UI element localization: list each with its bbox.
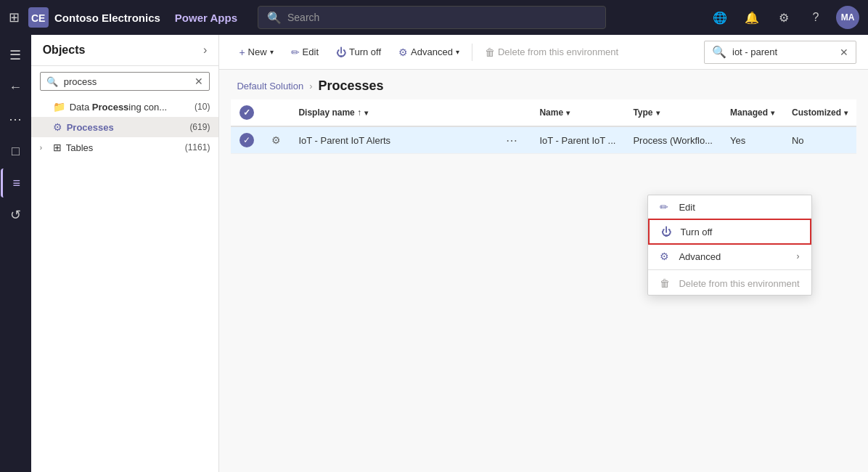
type-sort-icon: ▾ [656, 109, 660, 117]
org-logo: CE Contoso Electronics [28, 7, 160, 28]
th-check[interactable]: ✓ [231, 99, 263, 126]
content-area: + New ▾ ✏ Edit ⏻ Turn off ⚙ Advanced ▾ 🗑… [219, 35, 868, 472]
item-label: Processes [67, 122, 186, 133]
delete-button[interactable]: 🗑 Delete from this environment [477, 41, 626, 63]
th-customized[interactable]: Customized ▾ [783, 99, 856, 126]
row-customized: No [783, 126, 856, 154]
content-search-icon: 🔍 [712, 45, 726, 59]
row-icon-cell: ⚙ [263, 126, 290, 154]
nav-apps-icon[interactable]: □ [1, 137, 30, 166]
grid-icon[interactable]: ⊞ [9, 9, 20, 25]
th-name[interactable]: Name ▾ [531, 99, 624, 126]
advanced-dropdown-icon: ▾ [456, 48, 459, 56]
ctx-delete-label: Delete from this environment [679, 278, 799, 289]
search-icon: 🔍 [267, 11, 282, 25]
avatar[interactable]: MA [836, 6, 859, 29]
ctx-edit-label: Edit [679, 202, 695, 213]
nav-history-icon[interactable]: ↺ [1, 200, 30, 229]
breadcrumb: Default Solution › Processes [219, 70, 868, 99]
table-icon: ⊞ [53, 142, 62, 153]
main-layout: ☰ ← ⋯ □ ≡ ↺ Objects › 🔍 ✕ 📁 Data Process… [0, 35, 868, 472]
turn-off-button[interactable]: ⏻ Turn off [328, 41, 389, 63]
new-button[interactable]: + New ▾ [231, 41, 281, 63]
processes-table: ✓ Display name ↑ ▾ [231, 99, 856, 154]
item-label: Data Processing con... [70, 102, 190, 113]
toolbar: + New ▾ ✏ Edit ⏻ Turn off ⚙ Advanced ▾ 🗑… [219, 35, 868, 70]
nav-menu-icon[interactable]: ☰ [1, 41, 30, 70]
delete-icon: 🗑 [485, 46, 495, 58]
row-type: Process (Workflo... [624, 126, 721, 154]
content-search-close-icon[interactable]: ✕ [840, 46, 848, 58]
folder-icon: 📁 [53, 101, 65, 113]
help-icon[interactable]: ? [804, 6, 827, 29]
ctx-edit-icon: ✏ [660, 201, 671, 213]
th-display-name[interactable]: Display name ↑ ▾ [290, 99, 493, 126]
row-check[interactable]: ✓ [231, 126, 263, 154]
process-icon: ⚙ [53, 121, 62, 133]
sidebar-item-data-processing[interactable]: 📁 Data Processing con... (10) [31, 97, 219, 117]
icon-rail: ☰ ← ⋯ □ ≡ ↺ [0, 35, 31, 472]
org-icon: CE [28, 7, 49, 28]
sidebar-item-tables[interactable]: › ⊞ Tables (1161) [31, 137, 219, 158]
breadcrumb-parent-link[interactable]: Default Solution [237, 81, 303, 91]
search-bar[interactable]: 🔍 [258, 6, 606, 29]
notifications-icon[interactable]: 🔔 [740, 6, 763, 29]
customized-sort-icon: ▾ [844, 109, 848, 117]
advanced-icon: ⚙ [398, 46, 408, 58]
row-check-icon: ✓ [239, 133, 254, 147]
new-icon: + [239, 46, 245, 58]
sidebar-item-processes[interactable]: ⚙ Processes (619) [31, 117, 219, 137]
settings-icon[interactable]: ⚙ [772, 6, 795, 29]
sidebar-title: Objects [43, 44, 86, 57]
row-more-button[interactable]: ⋯ [501, 133, 522, 148]
sidebar-search-clear-icon[interactable]: ✕ [195, 76, 203, 87]
ctx-separator [648, 269, 811, 270]
table-row[interactable]: ✓ ⚙ IoT - Parent IoT Alerts ⋯ IoT - Pare… [231, 126, 856, 154]
context-menu: ✏ Edit ⏻ Turn off ⚙ Advanced › 🗑 Delete … [647, 195, 811, 296]
nav-back-icon[interactable]: ← [1, 73, 30, 102]
ctx-edit-item[interactable]: ✏ Edit [648, 195, 811, 219]
edit-icon: ✏ [291, 46, 300, 58]
ctx-advanced-icon: ⚙ [660, 251, 671, 262]
row-display-name: IoT - Parent IoT Alerts [290, 126, 493, 154]
item-count: (619) [189, 122, 210, 132]
search-input[interactable] [287, 12, 597, 23]
ctx-delete-icon: 🗑 [660, 277, 671, 289]
row-process-icon: ⚙ [271, 134, 281, 146]
name-sort-icon: ▾ [566, 109, 570, 117]
sidebar: Objects › 🔍 ✕ 📁 Data Processing con... (… [31, 35, 220, 472]
sidebar-search-input[interactable] [64, 76, 189, 87]
sidebar-search[interactable]: 🔍 ✕ [40, 72, 210, 91]
th-type[interactable]: Type ▾ [624, 99, 721, 126]
item-count: (10) [195, 102, 210, 112]
ctx-turn-off-item[interactable]: ⏻ Turn off [648, 219, 811, 245]
sidebar-header: Objects › [31, 35, 219, 66]
sidebar-close-button[interactable]: › [203, 44, 207, 57]
breadcrumb-separator: › [309, 81, 312, 91]
sidebar-search-icon: 🔍 [46, 76, 58, 87]
nav-more-icon[interactable]: ⋯ [1, 105, 30, 134]
item-label: Tables [66, 142, 181, 153]
advanced-button[interactable]: ⚙ Advanced ▾ [390, 41, 467, 63]
sort-dropdown-icon[interactable]: ▾ [364, 109, 368, 117]
edit-button[interactable]: ✏ Edit [283, 41, 327, 63]
nav-list-icon[interactable]: ≡ [1, 168, 30, 198]
ctx-power-icon: ⏻ [661, 226, 673, 237]
select-all-check[interactable]: ✓ [239, 105, 254, 120]
content-search-bar[interactable]: 🔍 ✕ [704, 41, 856, 64]
breadcrumb-current: Processes [319, 78, 384, 94]
expand-icon: › [40, 144, 49, 152]
ctx-advanced-label: Advanced [679, 251, 721, 262]
environment-icon[interactable]: 🌐 [708, 6, 732, 29]
new-dropdown-icon: ▾ [270, 48, 274, 56]
th-managed[interactable]: Managed ▾ [721, 99, 783, 126]
sidebar-tree: 📁 Data Processing con... (10) ⚙ Processe… [31, 97, 219, 472]
item-count: (1161) [185, 142, 210, 152]
row-more-cell[interactable]: ⋯ [493, 126, 531, 154]
topbar-right: 🌐 🔔 ⚙ ? MA [708, 6, 859, 29]
content-search-input[interactable] [732, 46, 834, 57]
row-managed: Yes [721, 126, 783, 154]
ctx-delete-item[interactable]: 🗑 Delete from this environment [648, 272, 811, 295]
toolbar-divider [472, 44, 472, 61]
ctx-advanced-item[interactable]: ⚙ Advanced › [648, 245, 811, 268]
